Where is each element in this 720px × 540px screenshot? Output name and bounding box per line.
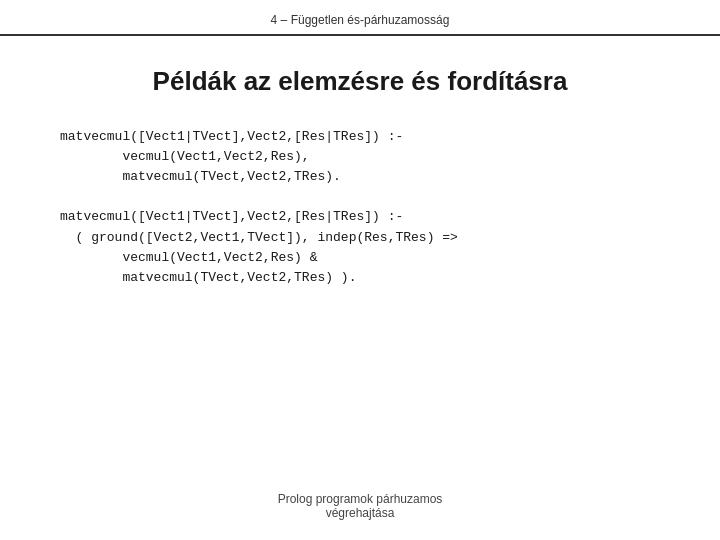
slide-title: Példák az elemzésre és fordításra	[60, 66, 660, 97]
code-block-2: matvecmul([Vect1|TVect],Vect2,[Res|TRes]…	[60, 207, 660, 288]
header-title: 4 – Független és-párhuzamosság	[271, 13, 450, 27]
page: 4 – Független és-párhuzamosság Példák az…	[0, 0, 720, 540]
footer: Prolog programok párhuzamos végrehajtása	[0, 492, 720, 520]
header: 4 – Független és-párhuzamosság	[0, 0, 720, 36]
footer-text: Prolog programok párhuzamos végrehajtása	[278, 492, 443, 520]
code-block-1: matvecmul([Vect1|TVect],Vect2,[Res|TRes]…	[60, 127, 660, 187]
main-content: Példák az elemzésre és fordításra matvec…	[0, 36, 720, 328]
